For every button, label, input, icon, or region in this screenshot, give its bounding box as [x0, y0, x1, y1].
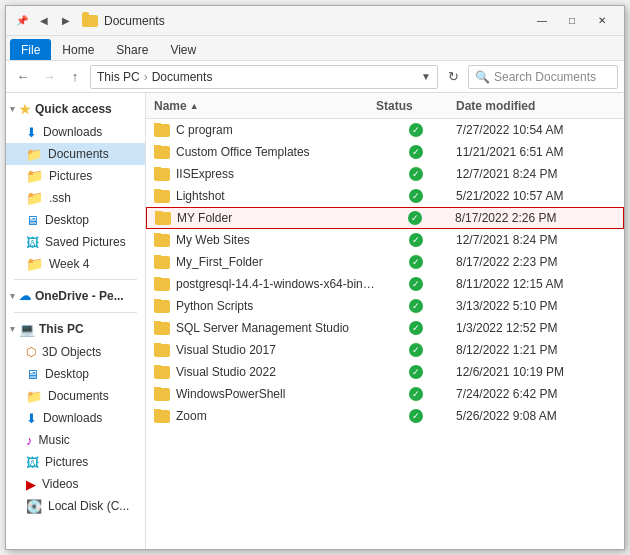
folder-yellow-icon: 📁: [26, 168, 43, 184]
desktop2-icon: 🖥: [26, 367, 39, 382]
sidebar-item-docs2-label: Documents: [48, 389, 109, 403]
sidebar-item-week4-label: Week 4: [49, 257, 89, 271]
column-name-label: Name: [154, 99, 187, 113]
table-row[interactable]: SQL Server Management Studio ✓ 1/3/2022 …: [146, 317, 624, 339]
sidebar-item-music[interactable]: ♪ Music: [6, 429, 145, 451]
path-dropdown-button[interactable]: ▼: [421, 71, 431, 82]
status-cell: ✓: [376, 365, 456, 379]
column-status-label: Status: [376, 99, 413, 113]
file-name-cell: Custom Office Templates: [154, 145, 376, 159]
back-button[interactable]: ←: [12, 66, 34, 88]
sidebar-item-downloads[interactable]: ⬇ Downloads: [6, 121, 145, 143]
table-row[interactable]: Python Scripts ✓ 3/13/2022 5:10 PM: [146, 295, 624, 317]
sidebar-item-desktop[interactable]: 🖥 Desktop: [6, 209, 145, 231]
status-ok-icon: ✓: [409, 255, 423, 269]
table-row[interactable]: WindowsPowerShell ✓ 7/24/2022 6:42 PM: [146, 383, 624, 405]
tab-view[interactable]: View: [159, 39, 207, 60]
sidebar-quick-access-label: Quick access: [35, 102, 112, 116]
address-path[interactable]: This PC › Documents ▼: [90, 65, 438, 89]
sidebar-onedrive-header[interactable]: ▾ ☁ OneDrive - Pe...: [6, 284, 145, 308]
sidebar-item-videos-label: Videos: [42, 477, 78, 491]
file-name-cell: My Web Sites: [154, 233, 376, 247]
up-button[interactable]: ↑: [64, 66, 86, 88]
file-rows-container: C program ✓ 7/27/2022 10:54 AM Custom Of…: [146, 119, 624, 427]
sidebar-item-3d-label: 3D Objects: [42, 345, 101, 359]
sidebar-item-pictures-label: Pictures: [49, 169, 92, 183]
chevron-thispc-icon: ▾: [10, 324, 15, 334]
file-name-cell: postgresql-14.4-1-windows-x64-binaries: [154, 277, 376, 291]
sidebar-quick-access-header[interactable]: ▾ ★ Quick access: [6, 97, 145, 121]
table-row[interactable]: postgresql-14.4-1-windows-x64-binaries ✓…: [146, 273, 624, 295]
column-name[interactable]: Name ▲: [154, 99, 376, 113]
search-box[interactable]: 🔍 Search Documents: [468, 65, 618, 89]
pictures2-icon: 🖼: [26, 455, 39, 470]
sidebar-item-downloads2-label: Downloads: [43, 411, 102, 425]
minimize-button[interactable]: —: [528, 11, 556, 31]
status-cell: ✓: [376, 167, 456, 181]
sidebar-item-pictures[interactable]: 📁 Pictures: [6, 165, 145, 187]
tab-share[interactable]: Share: [105, 39, 159, 60]
sidebar-item-saved-pictures[interactable]: 🖼 Saved Pictures: [6, 231, 145, 253]
status-ok-icon: ✓: [409, 321, 423, 335]
table-row[interactable]: Lightshot ✓ 5/21/2022 10:57 AM: [146, 185, 624, 207]
table-row[interactable]: MY Folder ✓ 8/17/2022 2:26 PM: [146, 207, 624, 229]
close-button[interactable]: ✕: [588, 11, 616, 31]
search-icon: 🔍: [475, 70, 490, 84]
table-row[interactable]: Visual Studio 2017 ✓ 8/12/2022 1:21 PM: [146, 339, 624, 361]
column-date[interactable]: Date modified: [456, 99, 616, 113]
date-cell: 8/17/2022 2:23 PM: [456, 255, 616, 269]
status-ok-icon: ✓: [409, 343, 423, 357]
sidebar-item-documents-label: Documents: [48, 147, 109, 161]
status-cell: ✓: [376, 409, 456, 423]
date-cell: 12/7/2021 8:24 PM: [456, 167, 616, 181]
status-ok-icon: ✓: [409, 299, 423, 313]
folder-icon: [154, 146, 170, 159]
address-bar: ← → ↑ This PC › Documents ▼ ↻ 🔍 Search D…: [6, 61, 624, 93]
status-ok-icon: ✓: [409, 123, 423, 137]
date-cell: 12/7/2021 8:24 PM: [456, 233, 616, 247]
sidebar-item-docs2[interactable]: 📁 Documents: [6, 385, 145, 407]
file-name-text: My_First_Folder: [176, 255, 263, 269]
sidebar-item-documents[interactable]: 📁 Documents: [6, 143, 145, 165]
forward-button[interactable]: →: [38, 66, 60, 88]
sidebar-thispc-header[interactable]: ▾ 💻 This PC: [6, 317, 145, 341]
sidebar-item-desktop2-label: Desktop: [45, 367, 89, 381]
status-ok-icon: ✓: [409, 365, 423, 379]
status-ok-icon: ✓: [409, 409, 423, 423]
table-row[interactable]: Zoom ✓ 5/26/2022 9:08 AM: [146, 405, 624, 427]
date-cell: 3/13/2022 5:10 PM: [456, 299, 616, 313]
sidebar-item-ssh[interactable]: 📁 .ssh: [6, 187, 145, 209]
table-row[interactable]: C program ✓ 7/27/2022 10:54 AM: [146, 119, 624, 141]
folder-icon: [154, 234, 170, 247]
table-row[interactable]: IISExpress ✓ 12/7/2021 8:24 PM: [146, 163, 624, 185]
sidebar-item-downloads2[interactable]: ⬇ Downloads: [6, 407, 145, 429]
table-row[interactable]: Visual Studio 2022 ✓ 12/6/2021 10:19 PM: [146, 361, 624, 383]
sidebar-item-pictures2[interactable]: 🖼 Pictures: [6, 451, 145, 473]
tab-file[interactable]: File: [10, 39, 51, 60]
file-name-cell: Python Scripts: [154, 299, 376, 313]
status-cell: ✓: [376, 387, 456, 401]
sidebar-item-ssh-label: .ssh: [49, 191, 71, 205]
date-cell: 7/27/2022 10:54 AM: [456, 123, 616, 137]
date-cell: 11/21/2021 6:51 AM: [456, 145, 616, 159]
pc-icon: 💻: [19, 322, 35, 337]
file-name-text: C program: [176, 123, 233, 137]
folder-icon: [154, 124, 170, 137]
sort-arrow-icon: ▲: [190, 101, 199, 111]
sidebar-divider-2: [14, 312, 137, 313]
download-icon: ⬇: [26, 125, 37, 140]
desktop-icon: 🖥: [26, 213, 39, 228]
table-row[interactable]: My_First_Folder ✓ 8/17/2022 2:23 PM: [146, 251, 624, 273]
sidebar-item-videos[interactable]: ▶ Videos: [6, 473, 145, 495]
tab-home[interactable]: Home: [51, 39, 105, 60]
refresh-button[interactable]: ↻: [442, 66, 464, 88]
maximize-button[interactable]: □: [558, 11, 586, 31]
sidebar-item-week4[interactable]: 📁 Week 4: [6, 253, 145, 275]
table-row[interactable]: My Web Sites ✓ 12/7/2021 8:24 PM: [146, 229, 624, 251]
sidebar-item-desktop2[interactable]: 🖥 Desktop: [6, 363, 145, 385]
status-ok-icon: ✓: [409, 387, 423, 401]
sidebar-item-3dobjects[interactable]: ⬡ 3D Objects: [6, 341, 145, 363]
column-status[interactable]: Status: [376, 99, 456, 113]
table-row[interactable]: Custom Office Templates ✓ 11/21/2021 6:5…: [146, 141, 624, 163]
sidebar-item-localdisk[interactable]: 💽 Local Disk (C...: [6, 495, 145, 517]
